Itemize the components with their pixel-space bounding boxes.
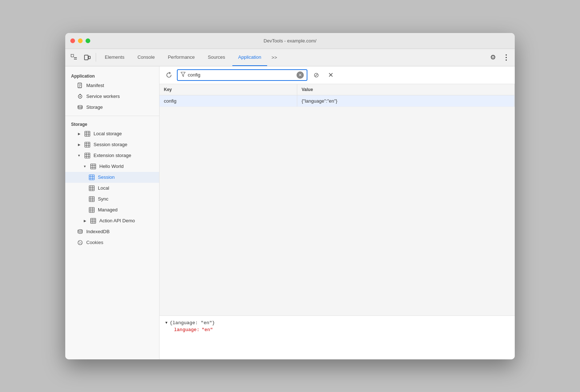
sidebar-item-local-storage[interactable]: Local storage [65,128,159,139]
session-storage-label: Session storage [94,142,127,147]
refresh-button[interactable] [164,70,174,80]
section-storage: Storage [65,119,159,128]
sidebar-item-extension-storage[interactable]: Extension storage [65,150,159,161]
title-bar: DevTools - example.com/ [65,33,515,49]
detail-property-row: language: "en" [165,327,509,333]
tab-sources[interactable]: Sources [202,49,231,66]
svg-rect-44 [89,197,94,202]
cookies-icon [77,239,83,246]
local-label: Local [98,185,109,191]
main-content: Application Manifest [65,66,515,359]
service-workers-icon [77,93,83,100]
close-button[interactable] [70,38,75,43]
minimize-button[interactable] [78,38,83,43]
action-api-demo-arrow [83,219,87,223]
sidebar-item-manifest[interactable]: Manifest [65,80,159,91]
sidebar-item-cookies[interactable]: Cookies [65,237,159,248]
filter-icon [181,72,186,78]
settings-button[interactable]: ⚙ [487,51,499,63]
detail-object-label: {language: "en"} [170,320,215,326]
sidebar-item-hello-world[interactable]: Hello World [65,161,159,172]
detail-property-key: language: [165,327,199,333]
detail-section: ▼ {language: "en"} language: "en" [160,316,515,359]
svg-point-63 [79,243,80,244]
select-element-tool[interactable] [68,51,80,63]
session-storage-arrow [77,143,81,147]
extension-storage-arrow [77,153,81,158]
svg-point-60 [78,240,82,245]
more-options-button[interactable]: ⋮ [500,51,512,63]
svg-point-62 [80,242,81,243]
svg-rect-14 [85,131,90,136]
sidebar-item-session[interactable]: Session [65,172,159,183]
local-icon [88,185,95,191]
managed-label: Managed [98,207,117,212]
more-tabs-button[interactable]: >> [269,51,280,63]
sidebar-item-action-api-demo[interactable]: Action API Demo [65,215,159,226]
indexeddb-icon [77,228,83,235]
detail-expand-arrow: ▼ [165,321,167,325]
toolbar: Elements Console Performance Sources App… [65,49,515,66]
local-storage-icon [84,131,91,137]
filter-input[interactable] [188,72,294,78]
td-value: {"language":"en"} [297,95,515,107]
sidebar-item-service-workers[interactable]: Service workers [65,91,159,102]
devtools-window: DevTools - example.com/ Elements Console… [65,33,515,359]
svg-rect-3 [84,55,88,60]
hello-world-label: Hello World [99,164,124,169]
toolbar-right: ⚙ ⋮ [487,51,512,63]
th-value: Value [297,84,515,95]
storage-icon [77,104,83,111]
clear-filter-button[interactable]: ✕ [297,71,304,79]
svg-rect-54 [91,218,96,223]
sidebar-item-storage[interactable]: Storage [65,102,159,113]
sidebar-item-local[interactable]: Local [65,183,159,194]
manifest-icon [77,82,83,89]
svg-rect-34 [89,175,94,180]
no-action-button[interactable]: ⊘ [310,69,322,81]
tab-performance[interactable]: Performance [162,49,200,66]
tab-elements[interactable]: Elements [99,49,130,66]
filter-input-wrapper: ✕ [177,69,307,81]
detail-expand-row[interactable]: ▼ {language: "en"} [165,320,509,326]
service-workers-label: Service workers [86,94,120,99]
hello-world-icon [90,163,96,170]
hello-world-arrow [83,164,87,169]
svg-rect-39 [89,186,94,191]
filter-bar: ✕ ⊘ ✕ [160,66,515,84]
tab-application[interactable]: Application [232,49,267,66]
cookies-label: Cookies [86,240,103,245]
svg-point-59 [78,230,82,231]
divider-1 [65,116,159,116]
sidebar-item-session-storage[interactable]: Session storage [65,139,159,150]
window-title: DevTools - example.com/ [264,38,316,44]
svg-rect-0 [71,54,74,57]
sidebar-item-managed[interactable]: Managed [65,205,159,215]
table-body: config {"language":"en"} [160,95,515,315]
svg-point-13 [78,105,82,107]
sidebar-item-indexeddb[interactable]: IndexedDB [65,226,159,237]
close-button[interactable]: ✕ [325,69,336,81]
svg-marker-65 [181,72,185,77]
table-row[interactable]: config {"language":"en"} [160,95,515,107]
action-api-demo-label: Action API Demo [99,218,135,223]
svg-rect-19 [85,142,90,147]
toolbar-divider [96,53,96,62]
session-label: Session [98,174,115,180]
traffic-lights [70,38,90,43]
sidebar-item-sync[interactable]: Sync [65,194,159,205]
session-storage-icon [84,141,91,148]
action-api-demo-icon [90,218,96,224]
maximize-button[interactable] [86,38,90,43]
table-header: Key Value [160,84,515,95]
sync-label: Sync [98,196,108,202]
device-toggle-tool[interactable] [81,51,93,63]
td-key: config [160,95,297,107]
svg-rect-4 [88,56,90,59]
section-application: Application [65,71,159,80]
svg-rect-24 [85,153,90,158]
extension-storage-label: Extension storage [94,153,131,158]
storage-label: Storage [86,104,103,110]
detail-property-value: "en" [202,327,213,333]
tab-console[interactable]: Console [132,49,161,66]
